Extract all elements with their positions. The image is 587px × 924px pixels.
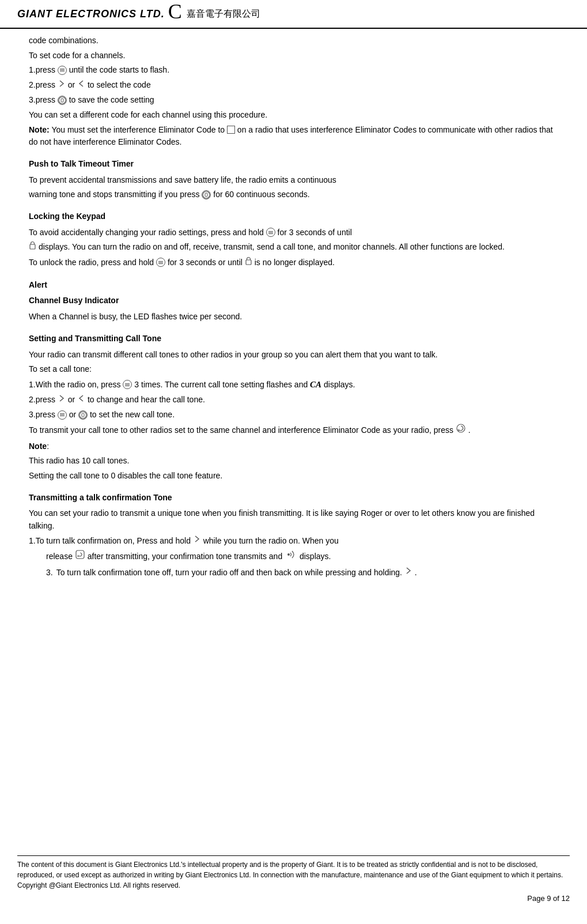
company-name: GIANT ELECTRONICS LTD. bbox=[17, 8, 165, 20]
svg-point-2 bbox=[203, 191, 210, 198]
page-header: GIANT ELECTRONICS LTD. C 嘉音電子有限公司 bbox=[0, 0, 587, 29]
svg-rect-3 bbox=[205, 193, 207, 197]
talk-confirmation-title: Transmitting a talk confirmation Tone bbox=[29, 492, 558, 504]
call-tone-step1: 1.With the radio on, press 3 times. The … bbox=[29, 378, 558, 391]
logo-c-icon: C bbox=[168, 1, 182, 22]
channel-busy-p1: When a Channel is busy, the LED flashes … bbox=[29, 311, 558, 323]
step3-list: 3. To turn talk confirmation tone off, t… bbox=[29, 567, 558, 579]
note-eliminator: Note: You must set the interference Elim… bbox=[29, 124, 558, 149]
call-tone-transmit: To transmit your call tone to other radi… bbox=[29, 424, 558, 438]
note2-label: Note: bbox=[29, 440, 558, 453]
channel-busy-title: Channel Busy Indicator bbox=[29, 295, 558, 307]
arrow-right-icon-3 bbox=[193, 534, 201, 547]
page-footer: The content of this document is Giant El… bbox=[0, 855, 587, 907]
call-tone-title: Setting and Transmitting Call Tone bbox=[29, 333, 558, 345]
release-button-icon bbox=[75, 549, 85, 564]
svg-point-10 bbox=[287, 553, 290, 556]
svg-rect-4 bbox=[30, 244, 35, 249]
page-number: Page 9 of 12 bbox=[17, 893, 570, 904]
wave-signal-icon bbox=[285, 549, 297, 564]
locking-keypad-section: Locking the Keypad To avoid accidentally… bbox=[29, 210, 558, 270]
transmit-icon bbox=[456, 423, 466, 438]
circle-menu-icon-4 bbox=[123, 380, 132, 389]
call-tone-p1: Your radio can transmit different call t… bbox=[29, 349, 558, 361]
ptt-timeout-p2: warning tone and stops transmitting if y… bbox=[29, 188, 558, 201]
lock-icon bbox=[29, 240, 36, 254]
step3-list-item: 3. To turn talk confirmation tone off, t… bbox=[46, 567, 558, 579]
talk-confirmation-p1: You can set your radio to transmit a uni… bbox=[29, 507, 558, 532]
svg-point-6 bbox=[79, 412, 86, 418]
page-wrapper: GIANT ELECTRONICS LTD. C 嘉音電子有限公司 code c… bbox=[0, 0, 587, 924]
call-tone-p2: To set a call tone: bbox=[29, 363, 558, 376]
svg-rect-1 bbox=[61, 99, 63, 102]
locking-keypad-title: Locking the Keypad bbox=[29, 210, 558, 223]
para-set-code: To set code for a channels. bbox=[29, 50, 558, 62]
call-tone-step2: 2.press or to change and hear the call t… bbox=[29, 394, 558, 406]
arrow-right-icon-2 bbox=[58, 394, 66, 406]
svg-point-0 bbox=[59, 97, 66, 104]
circle-menu-icon-3 bbox=[156, 258, 165, 267]
main-content: code combinations. To set code for a cha… bbox=[0, 35, 587, 579]
svg-point-8 bbox=[457, 424, 465, 432]
lock-icon-2 bbox=[245, 256, 252, 269]
chinese-name: 嘉音電子有限公司 bbox=[187, 8, 260, 20]
ptt-icon-3 bbox=[78, 410, 88, 420]
company-logo-area: GIANT ELECTRONICS LTD. C 嘉音電子有限公司 bbox=[17, 3, 260, 24]
ptt-icon bbox=[58, 96, 67, 105]
step-1: 1.press until the code starts to flash. bbox=[29, 64, 558, 77]
note2-p2: Setting the call tone to 0 disables the … bbox=[29, 470, 558, 482]
step-2: 2.press or to select the code bbox=[29, 79, 558, 92]
arrow-left-icon bbox=[77, 79, 85, 92]
circle-menu-icon-5 bbox=[58, 410, 67, 420]
ptt-timeout-p1: To prevent accidental transmissions and … bbox=[29, 174, 558, 187]
talk-confirmation-section: Transmitting a talk confirmation Tone Yo… bbox=[29, 492, 558, 579]
ptt-icon-2 bbox=[202, 190, 211, 199]
locking-p3: To unlock the radio, press and hold for … bbox=[29, 257, 558, 270]
arrow-right-icon bbox=[58, 79, 66, 92]
circle-menu-icon-2 bbox=[266, 228, 275, 237]
call-tone-section: Setting and Transmitting Call Tone Your … bbox=[29, 333, 558, 482]
ptt-timeout-title: Push to Talk Timeout Timer bbox=[29, 158, 558, 171]
ca-display: CA bbox=[310, 380, 321, 389]
para-different-code: You can set a different code for each ch… bbox=[29, 109, 558, 122]
circle-menu-icon bbox=[58, 66, 67, 75]
svg-rect-7 bbox=[82, 413, 84, 417]
arrow-right-icon-4 bbox=[404, 566, 412, 579]
para-code-combinations: code combinations. bbox=[29, 35, 558, 47]
arrow-left-icon-2 bbox=[77, 394, 85, 406]
square-icon bbox=[227, 126, 235, 134]
footer-divider bbox=[17, 855, 570, 856]
svg-rect-5 bbox=[246, 260, 251, 265]
ptt-timeout-section: Push to Talk Timeout Timer To prevent ac… bbox=[29, 158, 558, 201]
footer-text: The content of this document is Giant El… bbox=[17, 859, 570, 891]
alert-title: Alert bbox=[29, 279, 558, 292]
code-combinations-section: code combinations. To set code for a cha… bbox=[29, 35, 558, 149]
locking-p1: To avoid accidentally changing your radi… bbox=[29, 227, 558, 239]
talk-confirmation-step1: 1.To turn talk confirmation on, Press an… bbox=[29, 535, 558, 548]
svg-rect-9 bbox=[76, 550, 84, 559]
note2-p1: This radio has 10 call tones. bbox=[29, 455, 558, 467]
alert-section: Alert Channel Busy Indicator When a Chan… bbox=[29, 279, 558, 323]
talk-confirmation-step2: release after transmitting, your confirm… bbox=[29, 550, 558, 564]
call-tone-step3: 3.press or to set the new call tone. bbox=[29, 409, 558, 421]
step-3: 3.press to save the code setting bbox=[29, 94, 558, 107]
locking-p2: displays. You can turn the radio on and … bbox=[29, 241, 558, 254]
